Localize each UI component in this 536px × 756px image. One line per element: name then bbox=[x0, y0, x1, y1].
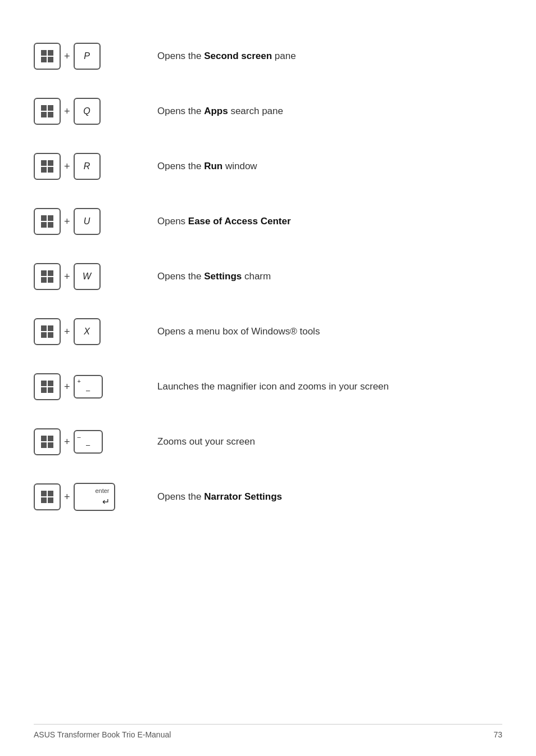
shortcut-row-win-w: + W Opens the Settings charm bbox=[34, 254, 502, 299]
shortcut-row-win-enter: + enter ↵ Opens the Narrator Settings bbox=[34, 474, 502, 519]
windows-logo-icon bbox=[41, 325, 53, 338]
description-win-u: Opens Ease of Access Center bbox=[146, 215, 502, 228]
shortcut-row-win-minus: + – – Zooms out your screen bbox=[34, 419, 502, 464]
page-footer: ASUS Transformer Book Trio E-Manual 73 bbox=[34, 724, 502, 739]
plus-separator: + bbox=[64, 436, 70, 448]
key-combo-win-p: + P bbox=[34, 43, 146, 70]
page-content: + P Opens the Second screen pane + Q Ope… bbox=[0, 0, 536, 574]
windows-logo-icon bbox=[41, 381, 53, 393]
key-combo-win-r: + R bbox=[34, 153, 146, 180]
plus-separator: + bbox=[64, 491, 70, 503]
key-w: W bbox=[74, 263, 101, 290]
windows-logo-icon bbox=[41, 160, 53, 173]
shortcut-row-win-p: + P Opens the Second screen pane bbox=[34, 34, 502, 79]
plus-separator: + bbox=[64, 271, 70, 283]
key-p: P bbox=[74, 43, 101, 70]
plus-separator: + bbox=[64, 326, 70, 338]
key-combo-win-w: + W bbox=[34, 263, 146, 290]
key-u: U bbox=[74, 208, 101, 235]
key-combo-win-u: + U bbox=[34, 208, 146, 235]
win-key bbox=[34, 263, 61, 290]
key-combo-win-minus: + – – bbox=[34, 428, 146, 455]
win-key bbox=[34, 318, 61, 345]
windows-logo-icon bbox=[41, 270, 53, 283]
plus-separator: + bbox=[64, 106, 70, 117]
key-q: Q bbox=[74, 98, 101, 125]
description-win-q: Opens the Apps search pane bbox=[146, 105, 502, 118]
description-win-plus: Launches the magnifier icon and zooms in… bbox=[146, 380, 502, 393]
win-key bbox=[34, 98, 61, 125]
description-win-p: Opens the Second screen pane bbox=[146, 49, 502, 63]
key-r: R bbox=[74, 153, 101, 180]
key-x: X bbox=[74, 318, 101, 345]
plus-separator: + bbox=[64, 51, 70, 62]
win-key bbox=[34, 483, 61, 510]
description-win-enter: Opens the Narrator Settings bbox=[146, 490, 502, 504]
windows-logo-icon bbox=[41, 50, 53, 62]
shortcut-row-win-r: + R Opens the Run window bbox=[34, 144, 502, 189]
description-win-x: Opens a menu box of Windows® tools bbox=[146, 325, 502, 338]
key-equals: + – bbox=[74, 375, 103, 399]
win-key bbox=[34, 428, 61, 455]
key-minus: – – bbox=[74, 430, 103, 454]
shortcut-row-win-x: + X Opens a menu box of Windows® tools bbox=[34, 309, 502, 354]
description-win-minus: Zooms out your screen bbox=[146, 435, 502, 449]
footer-left: ASUS Transformer Book Trio E-Manual bbox=[34, 730, 171, 739]
plus-separator: + bbox=[64, 161, 70, 173]
windows-logo-icon bbox=[41, 105, 53, 117]
plus-separator: + bbox=[64, 216, 70, 228]
footer-page-number: 73 bbox=[493, 730, 502, 739]
key-combo-win-plus: + + – bbox=[34, 373, 146, 400]
windows-logo-icon bbox=[41, 215, 53, 228]
shortcut-row-win-u: + U Opens Ease of Access Center bbox=[34, 199, 502, 244]
win-key bbox=[34, 43, 61, 70]
plus-separator: + bbox=[64, 381, 70, 393]
description-win-r: Opens the Run window bbox=[146, 160, 502, 173]
windows-logo-icon bbox=[41, 491, 53, 503]
shortcut-row-win-plus: + + – Launches the magnifier icon and zo… bbox=[34, 364, 502, 409]
win-key bbox=[34, 153, 61, 180]
windows-logo-icon bbox=[41, 436, 53, 448]
key-combo-win-q: + Q bbox=[34, 98, 146, 125]
win-key bbox=[34, 373, 61, 400]
description-win-w: Opens the Settings charm bbox=[146, 270, 502, 283]
key-combo-win-x: + X bbox=[34, 318, 146, 345]
shortcut-row-win-q: + Q Opens the Apps search pane bbox=[34, 89, 502, 134]
key-combo-win-enter: + enter ↵ bbox=[34, 483, 146, 511]
win-key bbox=[34, 208, 61, 235]
key-enter: enter ↵ bbox=[74, 483, 115, 511]
